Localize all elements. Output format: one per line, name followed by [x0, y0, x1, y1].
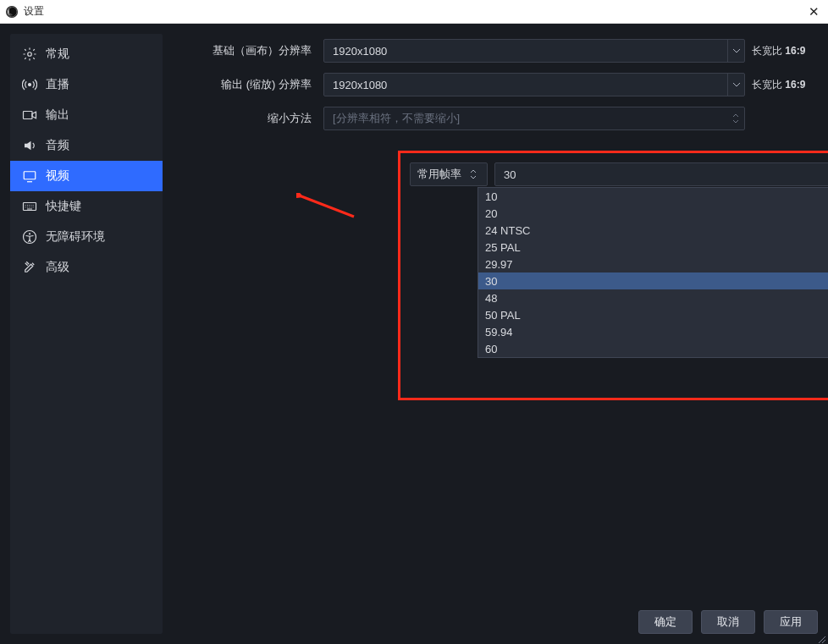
- fps-option[interactable]: 59.94: [478, 323, 828, 340]
- sidebar-item-audio[interactable]: 音频: [10, 130, 163, 161]
- titlebar: 设置 ✕: [0, 0, 828, 24]
- fps-value: 30: [504, 168, 516, 181]
- svg-point-8: [29, 233, 30, 234]
- aspect-ratio-label: 长宽比 16:9: [752, 44, 818, 58]
- svg-point-3: [29, 84, 31, 86]
- annotation-arrow: [296, 193, 356, 218]
- fps-row: 常用帧率 30: [410, 162, 828, 186]
- output-resolution-label: 输出 (缩放) 分辨率: [173, 77, 317, 92]
- broadcast-icon: [22, 77, 37, 92]
- sidebar-item-hotkeys[interactable]: 快捷键: [10, 191, 163, 222]
- sidebar-item-advanced[interactable]: 高级: [10, 252, 163, 283]
- spin-icon: [727, 107, 744, 129]
- sidebar-item-label: 输出: [46, 107, 69, 123]
- base-resolution-value: 1920x1080: [333, 45, 387, 58]
- downscale-placeholder: [分辨率相符，不需要缩小]: [333, 111, 460, 126]
- sidebar-item-general[interactable]: 常规: [10, 39, 163, 69]
- output-icon: [22, 107, 37, 123]
- main-panel: 基础（画布）分辨率 1920x1080 长宽比 16:9 输出 (缩放) 分辨率…: [163, 24, 828, 644]
- downscale-label: 缩小方法: [173, 111, 317, 126]
- svg-rect-4: [24, 112, 33, 119]
- ok-button[interactable]: 确定: [638, 610, 693, 634]
- window-title: 设置: [24, 4, 44, 19]
- footer-buttons: 确定 取消 应用: [638, 610, 818, 634]
- base-resolution-row: 基础（画布）分辨率 1920x1080 长宽比 16:9: [173, 34, 818, 68]
- base-resolution-combo[interactable]: 1920x1080: [323, 39, 745, 63]
- sidebar-item-label: 高级: [46, 260, 69, 275]
- base-resolution-label: 基础（画布）分辨率: [173, 43, 317, 58]
- apply-button[interactable]: 应用: [764, 610, 818, 634]
- display-icon: [22, 168, 37, 184]
- fps-option[interactable]: 30: [478, 272, 828, 289]
- sidebar-item-stream[interactable]: 直播: [10, 69, 163, 100]
- sidebar: 常规 直播 输出 音频 视频 快捷键 无障碍环境 高级: [10, 34, 163, 634]
- sidebar-item-label: 直播: [46, 77, 69, 92]
- fps-type-label: 常用帧率: [417, 167, 461, 182]
- fps-option[interactable]: 48: [478, 289, 828, 306]
- accessibility-icon: [22, 229, 37, 245]
- svg-rect-5: [24, 172, 36, 179]
- sidebar-item-label: 快捷键: [46, 199, 81, 214]
- fps-type-selector[interactable]: 常用帧率: [410, 162, 488, 186]
- aspect-ratio-label: 长宽比 16:9: [752, 78, 818, 92]
- fps-option[interactable]: 29.97: [478, 256, 828, 272]
- output-resolution-combo[interactable]: 1920x1080: [323, 73, 745, 96]
- close-button[interactable]: ✕: [805, 4, 823, 19]
- output-resolution-value: 1920x1080: [333, 79, 387, 91]
- svg-point-2: [28, 52, 32, 57]
- sidebar-item-label: 音频: [46, 138, 69, 153]
- fps-option[interactable]: 60: [478, 340, 828, 357]
- spin-icon: [466, 169, 480, 179]
- fps-value-combo[interactable]: 30: [494, 162, 828, 186]
- sidebar-item-accessibility[interactable]: 无障碍环境: [10, 222, 163, 252]
- fps-option[interactable]: 20: [478, 205, 828, 222]
- chevron-down-icon: [727, 40, 744, 62]
- sidebar-item-label: 视频: [46, 168, 69, 184]
- cancel-button[interactable]: 取消: [701, 610, 755, 634]
- audio-icon: [22, 138, 37, 153]
- fps-option[interactable]: 50 PAL: [478, 306, 828, 323]
- fps-option[interactable]: 25 PAL: [478, 239, 828, 256]
- fps-option[interactable]: 24 NTSC: [478, 222, 828, 239]
- sidebar-item-label: 无障碍环境: [46, 229, 105, 245]
- downscale-row: 缩小方法 [分辨率相符，不需要缩小]: [173, 102, 818, 135]
- resize-grip-icon[interactable]: [816, 632, 826, 642]
- sidebar-item-label: 常规: [46, 47, 69, 62]
- keyboard-icon: [22, 199, 37, 214]
- downscale-combo[interactable]: [分辨率相符，不需要缩小]: [323, 107, 745, 130]
- sidebar-item-output[interactable]: 输出: [10, 100, 163, 130]
- svg-line-9: [301, 196, 354, 217]
- gear-icon: [22, 47, 37, 62]
- obs-logo-icon: [5, 5, 19, 19]
- chevron-down-icon: [727, 74, 744, 96]
- tools-icon: [22, 260, 37, 275]
- fps-dropdown-list[interactable]: 102024 NTSC25 PAL29.97304850 PAL59.9460: [477, 187, 828, 358]
- fps-option[interactable]: 10: [478, 188, 828, 205]
- output-resolution-row: 输出 (缩放) 分辨率 1920x1080 长宽比 16:9: [173, 68, 818, 102]
- sidebar-item-video[interactable]: 视频: [10, 161, 163, 191]
